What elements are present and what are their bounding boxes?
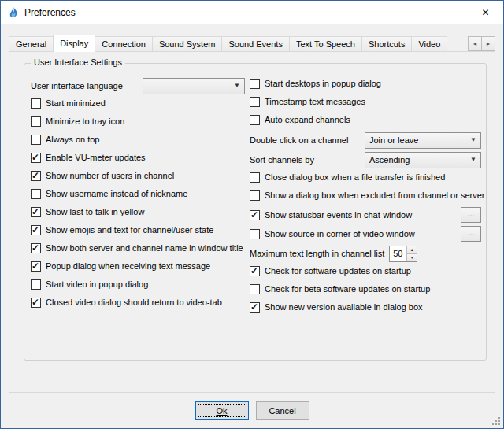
tab-scroll-right-button[interactable]: ► — [481, 36, 495, 51]
tab-shortcuts[interactable]: Shortcuts — [361, 36, 412, 51]
row-vu-meter[interactable]: Enable VU-meter updates — [31, 151, 245, 164]
close-button[interactable]: ✕ — [468, 1, 503, 24]
tab-scroll-left-button[interactable]: ◄ — [468, 36, 482, 51]
row-excluded-dialog[interactable]: Show a dialog box when excluded from cha… — [250, 189, 481, 202]
checkbox-close-on-transfer[interactable] — [250, 172, 260, 183]
ok-button[interactable]: Ok — [195, 401, 249, 420]
row-desktops-popup[interactable]: Start desktops in popup dialog — [250, 77, 481, 90]
checkbox-new-version-dialog[interactable] — [250, 302, 260, 313]
row-max-text-length: Maximum text length in channel list 50 ▲… — [250, 245, 481, 262]
checkbox-label[interactable]: Auto expand channels — [265, 115, 350, 124]
checkbox-label[interactable]: Popup dialog when receiving text message — [46, 261, 210, 271]
checkbox-label[interactable]: Show a dialog box when excluded from cha… — [265, 190, 484, 200]
checkbox-closed-video-return[interactable] — [31, 298, 41, 308]
checkbox-window-title[interactable] — [31, 243, 41, 253]
row-closed-video-return[interactable]: Closed video dialog should return to vid… — [31, 296, 245, 309]
checkbox-label[interactable]: Show statusbar events in chat-window — [265, 210, 412, 220]
checkbox-check-updates[interactable] — [250, 266, 260, 276]
checkbox-auto-expand[interactable] — [250, 115, 260, 125]
row-timestamp[interactable]: Timestamp text messages — [250, 95, 481, 108]
checkbox-label[interactable]: Show both server and channel name in win… — [46, 243, 243, 253]
checkbox-show-user-count[interactable] — [31, 171, 41, 181]
footer: Ok Cancel — [1, 401, 503, 420]
ellipsis-icon: ... — [467, 227, 474, 237]
user-interface-settings-group: User Interface Settings User interface l… — [24, 63, 487, 361]
checkbox-show-username[interactable] — [31, 189, 41, 199]
checkbox-popup-text-message[interactable] — [31, 261, 41, 272]
resize-grip[interactable] — [491, 416, 502, 427]
spin-up-icon[interactable]: ▲ — [407, 246, 417, 254]
checkbox-desktops-popup[interactable] — [250, 79, 260, 89]
checkbox-label[interactable]: Timestamp text messages — [265, 97, 365, 106]
row-video-popup[interactable]: Start video in popup dialog — [31, 278, 245, 290]
row-start-minimized[interactable]: Start minimized — [31, 97, 245, 109]
language-select[interactable]: ▼ — [143, 78, 245, 94]
checkbox-label[interactable]: Start video in popup dialog — [46, 279, 148, 289]
double-click-value: Join or leave — [369, 135, 418, 145]
arrow-right-icon: ► — [486, 41, 491, 46]
checkbox-label[interactable]: Check for beta software updates on start… — [265, 284, 430, 294]
row-minimize-to-tray[interactable]: Minimize to tray icon — [31, 115, 245, 128]
cancel-button[interactable]: Cancel — [256, 401, 309, 420]
checkbox-vu-meter[interactable] — [31, 153, 41, 163]
checkbox-label[interactable]: Enable VU-meter updates — [46, 153, 146, 162]
checkbox-check-beta-updates[interactable] — [250, 284, 260, 294]
row-show-user-count[interactable]: Show number of users in channel — [31, 169, 245, 182]
row-show-username[interactable]: Show username instead of nickname — [31, 187, 245, 200]
checkbox-label[interactable]: Show number of users in channel — [46, 171, 174, 180]
max-text-length-spinbox[interactable]: 50 ▲ ▼ — [389, 246, 417, 262]
tab-connection[interactable]: Connection — [94, 36, 153, 51]
tab-sound-events[interactable]: Sound Events — [221, 36, 290, 51]
tab-sound-system[interactable]: Sound System — [152, 36, 223, 51]
row-double-click: Double click on a channel Join or leave … — [250, 131, 481, 149]
spinbox-value[interactable]: 50 — [390, 246, 406, 261]
row-close-on-transfer[interactable]: Close dialog box when a file transfer is… — [250, 171, 481, 183]
checkbox-label[interactable]: Show username instead of nickname — [46, 189, 187, 198]
checkbox-label[interactable]: Start desktops in popup dialog — [265, 79, 381, 88]
tab-text-to-speech[interactable]: Text To Speech — [289, 36, 362, 51]
checkbox-label[interactable]: Start minimized — [46, 98, 106, 108]
titlebar: Preferences ✕ — [1, 1, 503, 24]
video-source-browse-button[interactable]: ... — [461, 226, 481, 242]
tab-label: General — [16, 39, 46, 49]
row-video-source-corner[interactable]: Show source in corner of video window ..… — [250, 226, 481, 242]
checkbox-excluded-dialog[interactable] — [250, 190, 260, 201]
checkbox-label[interactable]: Show new version available in dialog box — [265, 302, 423, 312]
checkbox-start-minimized[interactable] — [31, 98, 41, 109]
checkbox-video-popup[interactable] — [31, 279, 41, 290]
row-check-updates[interactable]: Check for software updates on startup — [250, 264, 481, 277]
checkbox-label[interactable]: Show last to talk in yellow — [46, 207, 144, 216]
checkbox-label[interactable]: Minimize to tray icon — [46, 116, 124, 126]
sort-channels-select[interactable]: Ascending ▼ — [365, 152, 481, 168]
checkbox-label[interactable]: Check for software updates on startup — [265, 266, 411, 276]
tab-display[interactable]: Display — [53, 35, 95, 52]
row-statusbar-events[interactable]: Show statusbar events in chat-window ... — [250, 207, 481, 223]
row-emojis[interactable]: Show emojis and text for channel/user st… — [31, 224, 245, 236]
row-popup-text-message[interactable]: Popup dialog when receiving text message — [31, 260, 245, 272]
row-last-to-talk[interactable]: Show last to talk in yellow — [31, 205, 245, 218]
row-check-beta-updates[interactable]: Check for beta software updates on start… — [250, 283, 481, 295]
row-window-title[interactable]: Show both server and channel name in win… — [31, 242, 245, 254]
checkbox-minimize-to-tray[interactable] — [31, 116, 41, 127]
row-new-version-dialog[interactable]: Show new version available in dialog box — [250, 301, 481, 313]
row-always-on-top[interactable]: Always on top — [31, 133, 245, 146]
tabs-strip: General Display Connection Sound System … — [9, 35, 495, 51]
statusbar-events-browse-button[interactable]: ... — [461, 207, 481, 223]
checkbox-label[interactable]: Show source in corner of video window — [265, 229, 415, 239]
checkbox-label[interactable]: Always on top — [46, 135, 99, 144]
checkbox-emojis[interactable] — [31, 225, 41, 235]
tab-label: Sound Events — [228, 39, 283, 49]
tab-video[interactable]: Video — [411, 36, 447, 51]
double-click-select[interactable]: Join or leave ▼ — [365, 132, 481, 149]
checkbox-label[interactable]: Closed video dialog should return to vid… — [46, 298, 222, 307]
checkbox-last-to-talk[interactable] — [31, 207, 41, 217]
checkbox-statusbar-events[interactable] — [250, 210, 260, 220]
tab-general[interactable]: General — [9, 36, 54, 51]
checkbox-always-on-top[interactable] — [31, 135, 41, 145]
spin-down-icon[interactable]: ▼ — [407, 254, 417, 261]
checkbox-video-source-corner[interactable] — [250, 229, 260, 239]
checkbox-label[interactable]: Show emojis and text for channel/user st… — [46, 225, 213, 235]
row-auto-expand[interactable]: Auto expand channels — [250, 113, 481, 126]
checkbox-timestamp[interactable] — [250, 97, 260, 107]
checkbox-label[interactable]: Close dialog box when a file transfer is… — [265, 172, 445, 182]
